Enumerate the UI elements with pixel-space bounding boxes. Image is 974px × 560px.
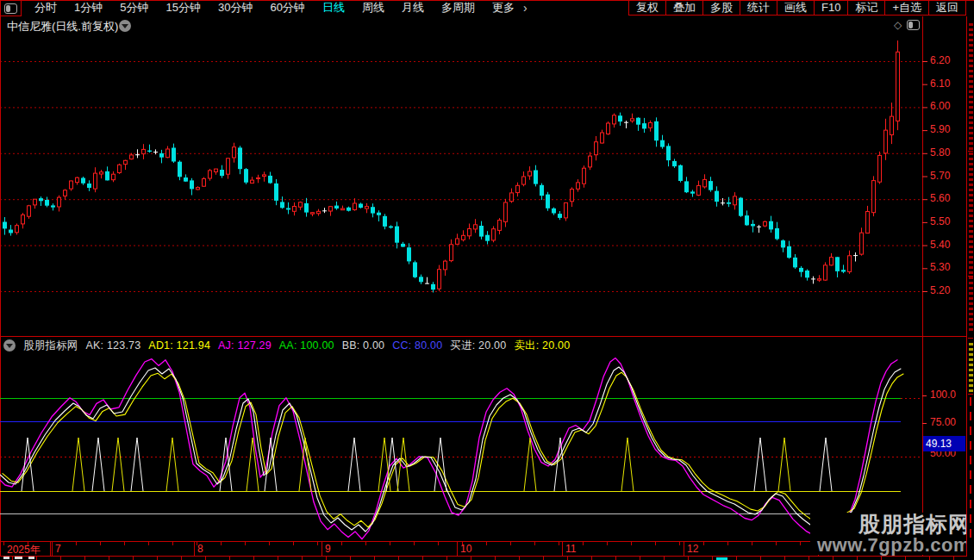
clipped-bottom-text: [3, 557, 9, 559]
right-strip-texture-top: [969, 23, 973, 333]
price-axis-label: 5.70: [930, 170, 965, 182]
right-strip-texture-bottom: [970, 397, 971, 542]
right-strip-divider: [968, 151, 973, 152]
sidebar-toggle-button[interactable]: [0, 0, 22, 16]
tools-menu: 复权叠加多股统计画线F10标记+自选返回: [628, 0, 966, 16]
indicator-source-label: 股朋指标网: [23, 339, 78, 353]
title-dropdown-icon[interactable]: [119, 20, 131, 32]
menu-item-周线[interactable]: 周线: [353, 0, 393, 16]
chart-canvas[interactable]: [0, 0, 974, 560]
menu-item-多周期[interactable]: 多周期: [433, 0, 484, 16]
indicator-header: 股朋指标网 AK: 123.73AD1: 121.94AJ: 127.29AA:…: [3, 338, 570, 353]
price-axis-label: 6.00: [930, 100, 965, 112]
toolbar-item-多股[interactable]: 多股: [702, 0, 740, 15]
menu-item-5分钟[interactable]: 5分钟: [111, 0, 157, 16]
price-axis-label: 5.80: [930, 146, 965, 159]
toolbar-item-统计[interactable]: 统计: [740, 0, 777, 15]
indicator-field-3: AA: 100.00: [279, 339, 334, 352]
price-axis-label: 5.90: [930, 123, 965, 135]
panel-toggle-icon[interactable]: [907, 20, 920, 30]
menu-item-60分钟[interactable]: 60分钟: [261, 0, 313, 16]
watermark: 股朋指标网 www.7gpzb.com: [810, 513, 972, 555]
title-bar: 中信尼雅(日线.前复权) ◇: [0, 16, 965, 34]
watermark-site-name: 股朋指标网: [817, 513, 971, 536]
month-label: 10: [460, 543, 471, 555]
price-axis-label: 5.50: [930, 215, 965, 227]
indicator-field-0: AK: 123.73: [86, 339, 141, 352]
toolbar-item-复权[interactable]: 复权: [628, 0, 665, 15]
month-label: 12: [687, 543, 698, 555]
price-axis-label: 5.40: [930, 239, 965, 251]
price-axis-label: 6.10: [930, 78, 965, 90]
toolbar-item-返回[interactable]: 返回: [928, 0, 965, 15]
indicator-collapse-icon[interactable]: [3, 339, 16, 352]
chart-corner-controls: ◇: [894, 20, 920, 30]
toolbar-item-画线[interactable]: 画线: [777, 0, 814, 15]
indicator-field-2: AJ: 127.29: [218, 339, 272, 352]
menu-item-15分钟[interactable]: 15分钟: [157, 0, 209, 16]
indicator-chart[interactable]: [0, 358, 927, 539]
month-label: 9: [325, 543, 331, 555]
month-label: 7: [55, 543, 61, 555]
window-top-border: [0, 0, 974, 1]
right-sidebar-strip[interactable]: [966, 16, 974, 557]
right-strip-divider: [968, 276, 973, 277]
price-axis-label: 6.20: [930, 54, 965, 66]
indicator-field-4: BB: 0.00: [342, 339, 385, 352]
top-menu-bar: 分时1分钟5分钟15分钟30分钟60分钟日线周线月线多周期更多› 复权叠加多股统…: [0, 0, 974, 16]
menu-item-月线[interactable]: 月线: [393, 0, 433, 16]
price-axis-label: 5.30: [930, 261, 965, 273]
right-strip-divider: [968, 394, 973, 395]
indicator-field-5: CC: 80.00: [392, 339, 442, 352]
menu-item-1分钟[interactable]: 1分钟: [66, 0, 111, 16]
right-strip-divider: [968, 338, 973, 339]
diamond-icon[interactable]: ◇: [894, 20, 902, 30]
toolbar-item-F10[interactable]: F10: [814, 0, 847, 15]
indicator-field-7: 卖出: 20.00: [514, 339, 570, 353]
indicator-axis-label: 75.00: [930, 416, 965, 428]
toolbar-item-+自选[interactable]: +自选: [884, 0, 928, 15]
clipped-bottom-text: [28, 557, 34, 559]
month-label: 8: [197, 543, 203, 555]
sidebar-toggle-icon: [4, 3, 17, 14]
month-label: 11: [565, 543, 576, 555]
price-axis-label: 5.20: [930, 284, 965, 296]
menu-item-日线[interactable]: 日线: [314, 0, 353, 16]
clipped-bottom-text: [15, 557, 22, 559]
toolbar-item-标记[interactable]: 标记: [847, 0, 884, 15]
year-label: 2025年: [7, 543, 41, 557]
right-strip-texture-yellow: [969, 343, 973, 393]
stock-title[interactable]: 中信尼雅(日线.前复权): [7, 19, 118, 34]
indicator-field-1: AD1: 121.94: [148, 339, 210, 352]
indicator-field-6: 买进: 20.00: [450, 339, 506, 353]
indicator-value-box: 49.13: [923, 436, 965, 451]
menu-item-更多[interactable]: 更多: [484, 0, 523, 16]
menu-item-分时[interactable]: 分时: [26, 0, 66, 16]
indicator-axis-label: 100.0: [930, 389, 965, 401]
menu-more-arrow-icon[interactable]: ›: [523, 0, 529, 16]
watermark-site-url: www.7gpzb.com: [817, 536, 971, 555]
period-menu: 分时1分钟5分钟15分钟30分钟60分钟日线周线月线多周期更多›: [26, 0, 529, 16]
toolbar-item-叠加[interactable]: 叠加: [665, 0, 702, 15]
price-axis-label: 5.60: [930, 192, 965, 204]
menu-item-30分钟[interactable]: 30分钟: [209, 0, 261, 16]
trading-app-window: 分时1分钟5分钟15分钟30分钟60分钟日线周线月线多周期更多› 复权叠加多股统…: [0, 0, 974, 560]
candlestick-chart[interactable]: [3, 40, 900, 293]
